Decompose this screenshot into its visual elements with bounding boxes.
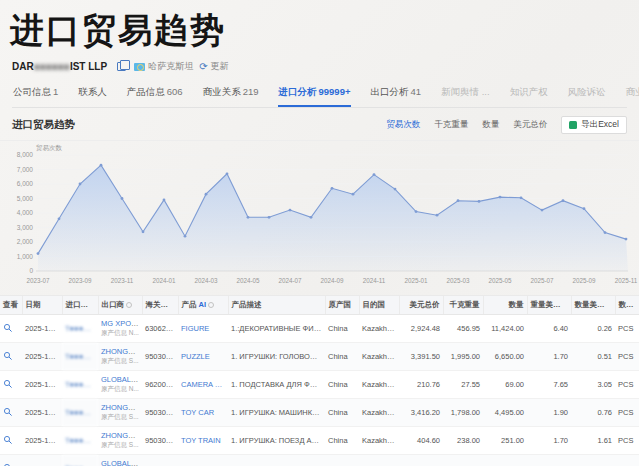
hs-code-cell[interactable]: 9503007...: [142, 399, 178, 427]
exporter-cell[interactable]: GLOBAL TR...原产信息 G...: [98, 455, 142, 466]
tab-4[interactable]: 进口分析99999+: [278, 82, 352, 107]
tab-7[interactable]: 知识产权: [509, 82, 549, 107]
exporter-link[interactable]: MG XPORT...: [101, 319, 142, 328]
importer-link[interactable]: T●●●●●A...: [62, 399, 98, 427]
importer-link[interactable]: T●●●●●A...: [62, 427, 98, 455]
unit-cell: PCS: [615, 455, 639, 466]
product-link[interactable]: TOY TRAIN: [178, 427, 228, 455]
tab-2[interactable]: 产品信息606: [126, 82, 184, 107]
svg-text:3,000: 3,000: [17, 224, 34, 231]
product-link[interactable]: EQUIPMENT: [178, 455, 228, 466]
svg-text:2,000: 2,000: [17, 238, 34, 245]
col-kg-weight[interactable]: 千克重量: [443, 296, 483, 315]
importer-link[interactable]: T●●●●●A...: [62, 343, 98, 371]
hs-code-cell[interactable]: 8510100...: [142, 455, 178, 466]
quantity-cell: 347.00: [483, 455, 527, 466]
col-origin[interactable]: 原产国: [325, 296, 359, 315]
view-cell[interactable]: [0, 371, 22, 399]
importer-link[interactable]: T●●●●●A...: [62, 455, 98, 466]
exporter-cell[interactable]: MG XPORT...原产信息 N...: [98, 315, 142, 343]
exporter-cell[interactable]: ZHONGDA...原产信息 S...: [98, 427, 142, 455]
product-link[interactable]: TOY CAR: [178, 399, 228, 427]
exporter-link[interactable]: GLOBAL TR...: [101, 459, 142, 466]
col-quantity[interactable]: 数量: [483, 296, 527, 315]
hs-code-cell[interactable]: 6306290...: [142, 315, 178, 343]
svg-text:2025-09: 2025-09: [572, 277, 596, 284]
exporter-link[interactable]: ZHONGDA...: [101, 403, 142, 412]
trade-trend-chart[interactable]: 01,0002,0003,0004,0005,0006,0007,0008,00…: [0, 141, 639, 293]
col-product[interactable]: 产品AI: [178, 296, 228, 315]
tab-5[interactable]: 出口分析41: [369, 82, 422, 107]
quantity-cell: 4,495.00: [483, 399, 527, 427]
col-usd-per-kg[interactable]: 重量美元单价: [527, 296, 571, 315]
product-link[interactable]: PUZZLE: [178, 343, 228, 371]
svg-text:2024-01: 2024-01: [152, 277, 176, 284]
destination-cell: Kazakhst...: [359, 399, 399, 427]
view-cell[interactable]: [0, 427, 22, 455]
usd-per-kg-cell: 1.70: [527, 343, 571, 371]
importer-link[interactable]: T●●●●●A...: [62, 315, 98, 343]
metric-toggle-2[interactable]: 数量: [482, 119, 499, 131]
kg-weight-cell: 1,798.00: [443, 399, 483, 427]
exporter-cell[interactable]: ZHONGDA...原产信息 S...: [98, 343, 142, 371]
product-link[interactable]: CAMERA STAND: [178, 371, 228, 399]
col-usd-total[interactable]: 美元总价: [399, 296, 443, 315]
tab-8[interactable]: 风险诉讼: [567, 82, 607, 107]
col-destination[interactable]: 目的国: [359, 296, 399, 315]
tab-0[interactable]: 公司信息1: [12, 82, 59, 107]
origin-cell: China: [325, 427, 359, 455]
importer-link[interactable]: T●●●●●A...: [62, 371, 98, 399]
col-importer[interactable]: 进口商: [62, 296, 98, 315]
shipments-table: 查看 日期 进口商 出口商 海关编码 产品AI 产品描述 原产国 目的国 美元总…: [0, 295, 639, 466]
exporter-link[interactable]: ZHONGDA...: [101, 347, 142, 356]
exporter-subinfo: 原产信息 N...: [101, 385, 139, 394]
view-cell[interactable]: [0, 315, 22, 343]
company-name-prefix: DAR: [12, 61, 34, 72]
svg-text:2024-05: 2024-05: [236, 277, 260, 284]
usd-total-cell: 3,391.50: [399, 343, 443, 371]
chart-metric-toggles: 贸易次数千克重量数量美元总价导出Excel: [386, 116, 627, 134]
hs-code-cell[interactable]: 9503001...: [142, 427, 178, 455]
svg-text:4,000: 4,000: [17, 209, 34, 216]
usd-per-unit-cell: 3.51: [571, 455, 615, 466]
refresh-button[interactable]: ⟳ 更新: [199, 60, 228, 73]
col-unit[interactable]: 数量单位: [615, 296, 639, 315]
svg-text:6,000: 6,000: [17, 180, 34, 187]
usd-per-kg-cell: 1.70: [527, 427, 571, 455]
copy-icon[interactable]: [117, 62, 126, 71]
col-usd-per-unit[interactable]: 数量美元单价: [571, 296, 615, 315]
unit-cell: PCS: [615, 399, 639, 427]
svg-text:2025-11: 2025-11: [615, 277, 638, 284]
export-excel-button[interactable]: 导出Excel: [561, 116, 627, 134]
tab-6[interactable]: 新闻舆情 ...: [440, 82, 491, 107]
exporter-link[interactable]: ZHONGDA...: [101, 431, 142, 440]
hs-code-cell[interactable]: 9503006...: [142, 343, 178, 371]
exporter-link[interactable]: GLOBAL TR...: [101, 375, 142, 384]
metric-toggle-3[interactable]: 美元总价: [513, 119, 547, 131]
origin-cell: China: [325, 343, 359, 371]
table-row: 2025-12-20 T●●●●●A... MG XPORT...原产信息 N.…: [0, 315, 639, 343]
usd-per-unit-cell: 3.05: [571, 371, 615, 399]
info-icon: [208, 302, 214, 308]
hs-code-cell[interactable]: 9620000...: [142, 371, 178, 399]
col-exporter[interactable]: 出口商: [98, 296, 142, 315]
origin-cell: China: [325, 399, 359, 427]
view-cell[interactable]: [0, 399, 22, 427]
product-link[interactable]: FIGURE: [178, 315, 228, 343]
exporter-cell[interactable]: GLOBAL TR...原产信息 N...: [98, 371, 142, 399]
tab-1[interactable]: 联系人: [77, 82, 108, 107]
col-date[interactable]: 日期: [22, 296, 62, 315]
col-description[interactable]: 产品描述: [228, 296, 325, 315]
metric-toggle-1[interactable]: 千克重量: [434, 119, 468, 131]
col-hs-code[interactable]: 海关编码: [142, 296, 178, 315]
view-cell[interactable]: [0, 455, 22, 466]
tab-9[interactable]: 商业信息: [625, 82, 639, 107]
date-cell: 2025-12-20: [22, 371, 62, 399]
metric-toggle-0[interactable]: 贸易次数: [386, 119, 420, 131]
tab-3[interactable]: 商业关系219: [202, 82, 260, 107]
svg-text:2024-07: 2024-07: [278, 277, 302, 284]
view-cell[interactable]: [0, 343, 22, 371]
exporter-cell[interactable]: ZHONGDA...原产信息 S...: [98, 399, 142, 427]
magnifier-icon: [3, 407, 13, 417]
kg-weight-cell: 100.70: [443, 455, 483, 466]
